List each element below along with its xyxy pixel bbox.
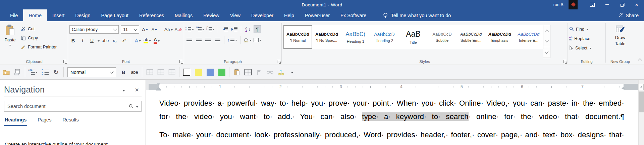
green-swatch[interactable] <box>218 69 225 76</box>
user-avatar[interactable] <box>569 0 578 9</box>
font-dialog-launcher[interactable] <box>179 60 182 63</box>
selected-text[interactable]: type· a· keyword· to· search <box>362 112 468 121</box>
style-item-subtle-em[interactable]: AaBbCcDdSubtle Em... <box>457 25 485 49</box>
tab-references[interactable]: References <box>134 9 169 21</box>
style-combobox[interactable]: Normal <box>67 67 116 77</box>
unlink-button[interactable] <box>266 68 274 77</box>
blue-swatch[interactable] <box>207 69 214 76</box>
tab-view[interactable]: View <box>225 9 246 21</box>
left-indent-marker[interactable] <box>156 89 161 90</box>
tab-home[interactable]: Home <box>23 9 47 21</box>
styles-scroll-up-button[interactable] <box>543 25 550 36</box>
text-segment[interactable]: Video· provides· a· powerful· way· to· h… <box>159 99 624 110</box>
multilevel-list-button[interactable] <box>206 25 215 33</box>
strikethrough-button[interactable]: abe <box>102 37 109 44</box>
search-input[interactable] <box>7 104 126 109</box>
styles-more-button[interactable] <box>543 47 550 58</box>
styles-scroll-down-button[interactable] <box>543 36 550 47</box>
change-case-button[interactable]: Aa <box>164 26 172 33</box>
share-button[interactable]: Share <box>619 9 639 21</box>
tab-review[interactable]: Review <box>198 9 225 21</box>
borders-button[interactable] <box>254 36 261 44</box>
text-segment[interactable]: · online· for· the· video· that· documen… <box>469 112 621 121</box>
flag-button[interactable] <box>255 68 263 77</box>
style-item-heading-1[interactable]: AaBbC(Heading 1 <box>341 25 370 49</box>
style-item-subtitle[interactable]: AaBbCcDSubtitle <box>428 25 457 49</box>
style-item-no-spac[interactable]: AaBbCcDd¶ No Spac... <box>312 25 341 49</box>
search-box[interactable] <box>4 101 142 112</box>
bold-button[interactable]: B <box>69 37 77 44</box>
tab-fx-software[interactable]: Fx Software <box>335 9 372 21</box>
font-name-combobox[interactable]: Calibri (Body <box>69 25 119 34</box>
shrink-font-button[interactable]: A <box>151 26 158 33</box>
table-insert-button[interactable] <box>146 68 153 77</box>
show-formatting-marks-button[interactable]: ¶ <box>254 25 261 33</box>
text-line[interactable]: for· the· video· you· want· to· add.· Yo… <box>159 110 624 123</box>
nav-tab-pages[interactable]: Pages <box>32 117 57 126</box>
align-right-button[interactable] <box>204 36 212 44</box>
numbered-list-button[interactable] <box>29 68 38 77</box>
cut-button[interactable]: Cut <box>21 25 57 32</box>
search-icon[interactable] <box>129 104 133 109</box>
navigation-options-button[interactable] <box>123 87 125 93</box>
strikethrough-button[interactable]: abe <box>131 68 138 77</box>
table-paste-button[interactable] <box>168 68 175 77</box>
increase-indent-button[interactable] <box>230 25 238 33</box>
sort-button[interactable]: AZ↓ <box>244 25 252 33</box>
scroll-up-button[interactable] <box>639 84 644 90</box>
underline-menu-caret[interactable] <box>98 40 100 43</box>
nav-tab-headings[interactable]: Headings <box>4 117 32 126</box>
tab-page-layout[interactable]: Page Layout <box>96 9 133 21</box>
print-preview-button[interactable] <box>14 68 21 77</box>
table-grid-button[interactable] <box>157 68 164 77</box>
tab-help[interactable]: Help <box>279 9 300 21</box>
paste-button[interactable]: Paste <box>2 23 18 58</box>
scrollbar-thumb[interactable] <box>639 92 644 112</box>
hanging-indent-marker[interactable] <box>157 85 160 89</box>
copy-button[interactable]: Copy <box>21 34 57 41</box>
tab-design[interactable]: Design <box>70 9 96 21</box>
text-line[interactable]: To· make· your· document· look· professi… <box>159 128 624 142</box>
font-size-combobox[interactable]: 11 <box>121 25 139 34</box>
draw-table-button[interactable]: Draw Table <box>609 23 631 58</box>
format-painter-button[interactable]: Format Painter <box>21 43 57 50</box>
clipboard-dialog-launcher[interactable] <box>63 60 66 63</box>
style-item-heading-2[interactable]: AaBbCcDHeading 2 <box>370 25 399 49</box>
font-color-button[interactable]: A <box>153 37 160 44</box>
close-button[interactable]: × <box>629 0 644 9</box>
shading-button[interactable] <box>244 36 252 44</box>
styles-dialog-launcher[interactable] <box>563 60 566 63</box>
bullet-list-button[interactable] <box>41 68 49 77</box>
vertical-scrollbar[interactable] <box>638 80 644 145</box>
line-spacing-button[interactable]: ↕ <box>227 36 237 44</box>
org-chart-button[interactable] <box>277 68 285 77</box>
minimize-button[interactable] <box>600 0 614 9</box>
tab-file[interactable]: File <box>5 9 23 21</box>
italic-button[interactable]: I <box>79 37 86 44</box>
right-indent-marker[interactable] <box>622 85 625 89</box>
text-line[interactable]: Video· provides· a· powerful· way· to· h… <box>159 97 624 110</box>
horizontal-ruler[interactable]: 1234567 <box>149 84 638 90</box>
ribbon-display-options-button[interactable] <box>585 0 600 9</box>
tab-insert[interactable]: Insert <box>47 9 70 21</box>
borders-grid-button[interactable] <box>244 68 252 77</box>
find-button[interactable]: Find <box>569 26 604 32</box>
select-button[interactable]: Select <box>569 44 604 51</box>
tab-power-user[interactable]: Power-user <box>300 9 335 21</box>
document-text[interactable]: Video· provides· a· powerful· way· to· h… <box>159 97 624 142</box>
align-left-button[interactable] <box>185 36 193 44</box>
subscript-button[interactable]: x₂ <box>111 37 118 44</box>
style-item-title[interactable]: AaBTitle <box>399 25 428 49</box>
grow-font-button[interactable]: A <box>141 26 149 33</box>
text-segment[interactable]: To· make· your· document· look· professi… <box>159 131 624 139</box>
paste-button[interactable] <box>233 68 240 77</box>
folder-favorite-button[interactable] <box>3 68 10 77</box>
clear-formatting-button[interactable]: A <box>174 26 182 33</box>
text-effects-button[interactable]: A <box>134 37 142 44</box>
navigation-close-button[interactable]: × <box>135 86 139 93</box>
align-center-button[interactable] <box>195 36 202 44</box>
text-segment[interactable]: for· the· video· you· want· to· add.· Yo… <box>159 112 362 121</box>
yellow-swatch[interactable] <box>195 69 202 76</box>
replace-button[interactable]: abac Replace <box>569 35 604 42</box>
style-item-emphasis[interactable]: AaBbCcDdEmphasis <box>485 25 514 49</box>
